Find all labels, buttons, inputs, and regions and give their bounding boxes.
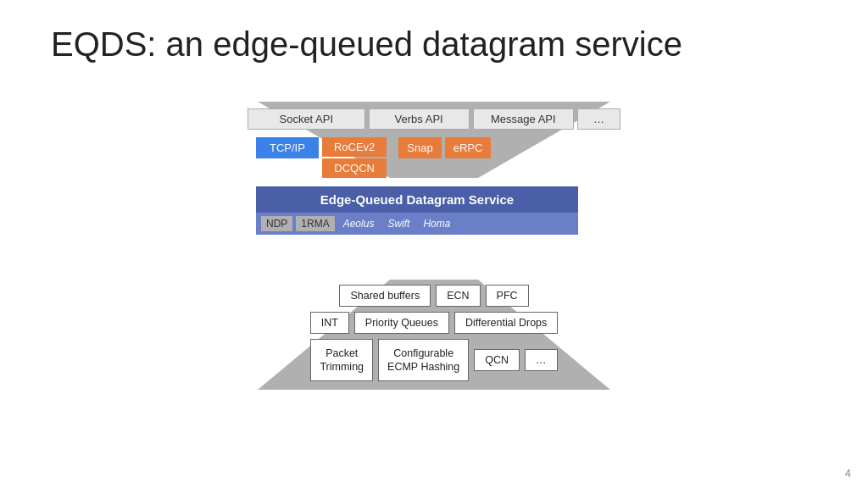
hw-row-1: Shared buffers ECN PFC: [339, 285, 528, 307]
page-number: 4: [845, 467, 851, 480]
differential-drops-box: Differential Drops: [454, 312, 558, 334]
eqds-tag-aeolus: Aeolus: [338, 216, 380, 231]
roce-box: RoCEv2: [322, 137, 387, 157]
pfc-box: PFC: [486, 285, 529, 307]
eqds-section: Edge-Queued Datagram Service NDP 1RMA Ae…: [256, 186, 578, 235]
packet-trimming-box: PacketTrimming: [310, 339, 373, 382]
priority-queues-box: Priority Queues: [354, 312, 449, 334]
snap-box: Snap: [398, 137, 441, 158]
slide-title: EQDS: an edge-queued datagram service: [0, 0, 868, 64]
socket-api-box: Socket API: [248, 108, 365, 130]
hw-row-3: PacketTrimming ConfigurableECMP Hashing …: [310, 339, 557, 382]
hw-row-2: INT Priority Queues Differential Drops: [310, 312, 559, 334]
proto-row: TCP/IP RoCEv2 DCQCN Snap eRPC: [256, 137, 612, 178]
ecn-box: ECN: [436, 285, 480, 307]
api-dots-box: …: [577, 108, 620, 130]
eqds-tag-ndp: NDP: [261, 216, 292, 231]
tcp-ip-box: TCP/IP: [256, 137, 319, 158]
eqds-sub-row: NDP 1RMA Aeolus Swift Homa: [256, 213, 578, 235]
roce-group: RoCEv2 DCQCN: [322, 137, 387, 178]
hw-section: Shared buffers ECN PFC INT Priority Queu…: [214, 285, 654, 382]
int-box: INT: [310, 312, 349, 334]
qcn-box: QCN: [474, 349, 520, 371]
eqds-bar: Edge-Queued Datagram Service: [256, 186, 578, 213]
snap-erpc-group: Snap eRPC: [398, 137, 491, 158]
shared-buffers-box: Shared buffers: [339, 285, 431, 307]
message-api-box: Message API: [473, 108, 574, 130]
hw-dots-box: …: [525, 349, 558, 371]
diagram-area: Socket API Verbs API Message API … TCP/I…: [188, 102, 680, 390]
eqds-tag-homa: Homa: [418, 216, 455, 231]
eqds-tag-swift: Swift: [382, 216, 415, 231]
eqds-tag-1rma: 1RMA: [296, 216, 334, 231]
configurable-ecmp-box: ConfigurableECMP Hashing: [378, 339, 469, 382]
verbs-api-box: Verbs API: [369, 108, 470, 130]
api-row: Socket API Verbs API Message API …: [248, 108, 620, 130]
erpc-box: eRPC: [445, 137, 492, 158]
dcqcn-box: DCQCN: [322, 158, 387, 178]
